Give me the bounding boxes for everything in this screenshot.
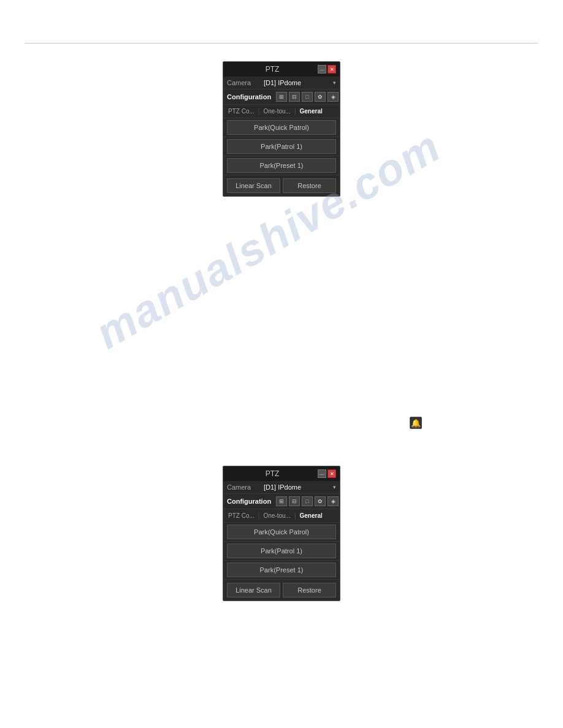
minimize-button-2[interactable]: — [318,469,326,478]
tabs-row-2: PTZ Co... | One-tou... | General [223,509,340,523]
tab-general-2[interactable]: General [298,512,323,520]
btn-row-quick-1: Park(Quick Patrol) [223,118,340,137]
config-icon-extra-2[interactable]: ◈ [327,496,339,506]
tab-general-1[interactable]: General [298,107,323,115]
config-row-1: Configuration ⊞ ⊟ □ ✿ ◈ [223,89,340,105]
config-icon-extra-1[interactable]: ◈ [327,92,339,102]
btn-row-patrol-2: Park(Patrol 1) [223,542,340,561]
camera-dropdown-arrow-1: ▾ [333,80,336,86]
tab-ptzco-1[interactable]: PTZ Co... [227,107,256,115]
linear-scan-btn-1[interactable]: Linear Scan [227,178,280,193]
panel2-title: PTZ [227,469,318,478]
config-label-2: Configuration [227,498,276,505]
title-controls-1: — ✕ [318,65,336,74]
top-divider [25,43,538,44]
restore-btn-1[interactable]: Restore [283,178,336,193]
config-label-1: Configuration [227,93,276,100]
linear-scan-btn-2[interactable]: Linear Scan [227,583,280,597]
camera-label-2: Camera [227,483,264,491]
ptz-panel-2: PTZ — ✕ Camera [D1] IPdome ▾ Configurati… [223,466,340,601]
tab-onetou-1[interactable]: One-tou... [262,107,291,115]
config-icon-sun-1[interactable]: ✿ [315,92,326,102]
config-icon-square-1[interactable]: □ [302,92,313,102]
title-bar-2: PTZ — ✕ [223,466,340,481]
tab-onetou-2[interactable]: One-tou... [262,512,291,520]
notification-icon[interactable]: 🔔 [410,417,422,429]
camera-value-1: [D1] IPdome [264,79,301,86]
camera-row-2: Camera [D1] IPdome ▾ [223,481,340,494]
close-button-1[interactable]: ✕ [327,65,336,74]
park-patrol1-btn-1[interactable]: Park(Patrol 1) [227,139,336,154]
bottom-row-1: Linear Scan Restore [223,175,340,196]
park-patrol1-btn-2[interactable]: Park(Patrol 1) [227,544,336,558]
small-icon-area: 🔔 [410,417,422,429]
tabs-row-1: PTZ Co... | One-tou... | General [223,105,340,118]
camera-label-1: Camera [227,79,264,86]
config-icon-square-2[interactable]: □ [302,496,313,506]
park-quick-patrol-btn-2[interactable]: Park(Quick Patrol) [227,525,336,539]
config-icon-grid-2[interactable]: ⊞ [276,496,287,506]
btn-row-patrol-1: Park(Patrol 1) [223,137,340,156]
btn-row-quick-2: Park(Quick Patrol) [223,523,340,542]
bottom-row-2: Linear Scan Restore [223,580,340,601]
title-controls-2: — ✕ [318,469,336,478]
camera-value-2: [D1] IPdome [264,483,301,491]
config-row-2: Configuration ⊞ ⊟ □ ✿ ◈ [223,494,340,509]
park-preset1-btn-2[interactable]: Park(Preset 1) [227,563,336,577]
config-icons-1: ⊞ ⊟ □ ✿ ◈ [276,92,339,102]
config-icons-2: ⊞ ⊟ □ ✿ ◈ [276,496,339,506]
panel1-title: PTZ [227,65,318,74]
minimize-button-1[interactable]: — [318,65,326,74]
title-bar-1: PTZ — ✕ [223,62,340,77]
ptz-panel-1: PTZ — ✕ Camera [D1] IPdome ▾ Configurati… [223,61,340,197]
camera-select-1[interactable]: [D1] IPdome ▾ [264,79,336,86]
config-icon-sun-2[interactable]: ✿ [315,496,326,506]
btn-row-preset-1: Park(Preset 1) [223,156,340,175]
config-icon-list-2[interactable]: ⊟ [289,496,300,506]
camera-select-2[interactable]: [D1] IPdome ▾ [264,483,336,491]
bell-symbol: 🔔 [411,419,421,428]
config-icon-grid-1[interactable]: ⊞ [276,92,287,102]
tab-ptzco-2[interactable]: PTZ Co... [227,512,256,520]
btn-row-preset-2: Park(Preset 1) [223,561,340,580]
config-icon-list-1[interactable]: ⊟ [289,92,300,102]
camera-row-1: Camera [D1] IPdome ▾ [223,77,340,89]
park-quick-patrol-btn-1[interactable]: Park(Quick Patrol) [227,120,336,135]
close-button-2[interactable]: ✕ [327,469,336,478]
park-preset1-btn-1[interactable]: Park(Preset 1) [227,158,336,173]
camera-dropdown-arrow-2: ▾ [333,484,336,490]
restore-btn-2[interactable]: Restore [283,583,336,597]
